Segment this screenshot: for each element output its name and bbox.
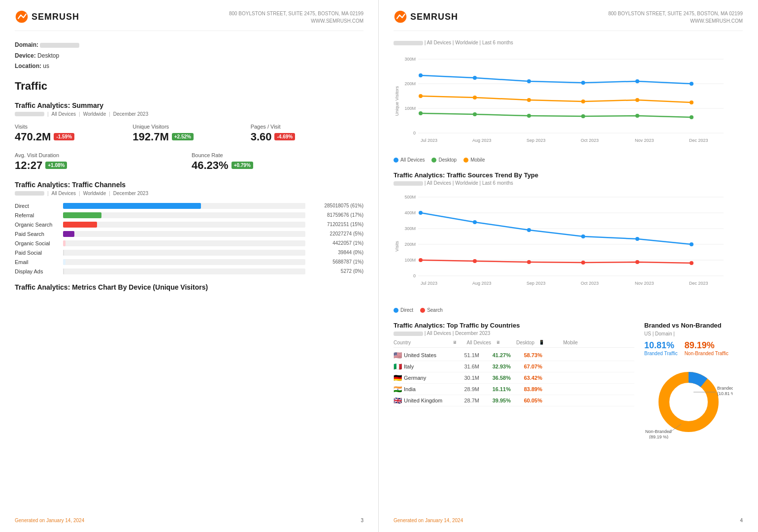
svg-point-34 (690, 100, 693, 104)
channel-bar-container (63, 222, 305, 228)
svg-point-68 (670, 383, 707, 421)
svg-text:200M: 200M (404, 81, 416, 86)
visits-metric: Visits 470.2M -1.59% (15, 124, 128, 143)
unique-visitors-chart: Unique Visitors 300M 200M 100M 0 Jul 202… (394, 49, 743, 163)
right-page: SEMRUSH 800 BOYLSTON STREET, SUITE 2475,… (379, 0, 758, 532)
svg-point-60 (419, 258, 423, 262)
channel-bar-container (63, 212, 305, 218)
channel-value: 5272 (0%) (309, 268, 363, 274)
country-flag: 🇺🇸 (394, 351, 402, 359)
country-flag: 🇮🇹 (394, 363, 402, 370)
country-mobile: 58.73% (513, 352, 542, 358)
channel-value: 285018075 (61%) (309, 203, 363, 208)
traffic-section-title: Traffic (15, 80, 363, 93)
svg-point-63 (581, 261, 585, 265)
legend-desktop: Desktop (431, 157, 457, 163)
legend-search-dot (420, 308, 425, 313)
channel-row: Direct 285018075 (61%) (15, 203, 363, 209)
channel-row: Paid Search 22027274 (5%) (15, 231, 363, 237)
svg-point-55 (473, 220, 477, 224)
channel-label: Referral (15, 212, 59, 218)
channel-value: 4422057 (1%) (309, 240, 363, 246)
left-page: SEMRUSH 800 BOYLSTON STREET, SUITE 2475,… (0, 0, 379, 532)
svg-text:400M: 400M (404, 210, 416, 215)
svg-text:Jul 2023: Jul 2023 (421, 281, 437, 286)
svg-point-1 (395, 11, 407, 23)
svg-text:Nov 2023: Nov 2023 (635, 138, 654, 143)
svg-point-30 (473, 96, 477, 100)
svg-point-29 (419, 94, 423, 98)
svg-text:Dec 2023: Dec 2023 (689, 138, 708, 143)
channel-bar-container (63, 203, 305, 209)
svg-point-54 (419, 211, 423, 215)
svg-point-18 (473, 76, 477, 80)
country-name: 🇮🇹 Italy (394, 363, 448, 370)
svg-point-65 (690, 261, 693, 265)
countries-section: Traffic Analytics: Top Traffic by Countr… (394, 322, 743, 439)
svg-point-21 (635, 79, 639, 83)
channels-list: Direct 285018075 (61%) Referral 81759676… (15, 203, 363, 274)
unique-visitors-chart-section: | All Devices | Worldwide | Last 6 month… (394, 40, 743, 163)
semrush-logo-icon (15, 10, 29, 24)
svg-point-32 (581, 100, 585, 103)
metrics-grid-3col: Visits 470.2M -1.59% Unique Visitors 192… (15, 124, 363, 143)
country-name: 🇮🇳 India (394, 385, 448, 393)
channel-bar (63, 268, 64, 274)
svg-text:Aug 2023: Aug 2023 (472, 138, 492, 143)
branded-pct-val: 10.81% (644, 340, 678, 351)
channel-bar (63, 240, 66, 246)
country-name-text: United States (404, 352, 436, 358)
channel-bar-container (63, 268, 305, 274)
legend-search: Search (420, 307, 443, 313)
svg-point-23 (419, 111, 423, 115)
country-row: 🇮🇳 India 28.9M 16.11% 83.89% (394, 384, 634, 395)
legend-direct-dot (394, 308, 398, 313)
channel-bar (63, 259, 66, 265)
country-name: 🇬🇧 United Kingdom (394, 397, 448, 404)
svg-point-57 (581, 234, 585, 238)
channel-value: 39844 (0%) (309, 250, 363, 255)
svg-text:0: 0 (413, 131, 416, 135)
branded-pct-item: 10.81% Branded Traffic (644, 340, 678, 356)
channel-row: Referral 81759676 (17%) (15, 212, 363, 218)
footer-generated-left: Generated on January 14, 2024 (15, 518, 84, 523)
svg-text:Nov 2023: Nov 2023 (635, 281, 654, 286)
footer-generated-right: Generated on January 14, 2024 (394, 518, 463, 523)
channel-bar-container (63, 259, 305, 265)
svg-point-28 (690, 115, 693, 119)
country-name-text: India (404, 386, 416, 392)
country-name-text: Italy (404, 364, 414, 369)
svg-point-59 (690, 242, 693, 246)
branded-filter: US | Domain | (644, 331, 743, 336)
metrics-chart-title: Traffic Analytics: Metrics Chart By Devi… (15, 283, 363, 291)
country-name: 🇩🇪 Germany (394, 374, 448, 382)
country-alldev: 28.7M (450, 398, 479, 403)
svg-point-27 (635, 114, 639, 118)
country-alldev: 30.1M (450, 375, 479, 381)
svg-text:Dec 2023: Dec 2023 (689, 281, 708, 286)
svg-text:(89.19 %): (89.19 %) (649, 434, 668, 439)
right-footer: Generated on January 14, 2024 4 (394, 518, 743, 523)
svg-text:100M: 100M (404, 106, 416, 111)
channel-row: Organic Search 71202151 (15%) (15, 222, 363, 228)
avg-metric: Avg. Visit Duration 12:27 +1.08% (15, 152, 187, 172)
channel-bar-container (63, 231, 305, 237)
country-mobile: 83.89% (513, 386, 542, 392)
channel-value: 22027274 (5%) (309, 231, 363, 236)
avg-badge: +1.08% (45, 162, 67, 169)
unique-metric: Unique Visitors 192.7M +2.52% (132, 124, 245, 143)
summary-title: Traffic Analytics: Summary (15, 101, 363, 109)
country-desktop: 41.27% (481, 352, 511, 358)
svg-point-31 (527, 98, 531, 102)
country-name-text: United Kingdom (404, 398, 442, 403)
svg-point-17 (419, 73, 423, 77)
svg-text:(10.81 %): (10.81 %) (717, 391, 733, 396)
svg-point-58 (635, 237, 639, 241)
svg-text:Oct 2023: Oct 2023 (581, 138, 599, 143)
channel-bar (63, 212, 101, 218)
svg-text:100M: 100M (404, 258, 416, 263)
channel-row: Organic Social 4422057 (1%) (15, 240, 363, 246)
channel-bar (63, 222, 97, 228)
country-desktop: 32.93% (481, 364, 511, 369)
country-name-text: Germany (404, 375, 426, 381)
